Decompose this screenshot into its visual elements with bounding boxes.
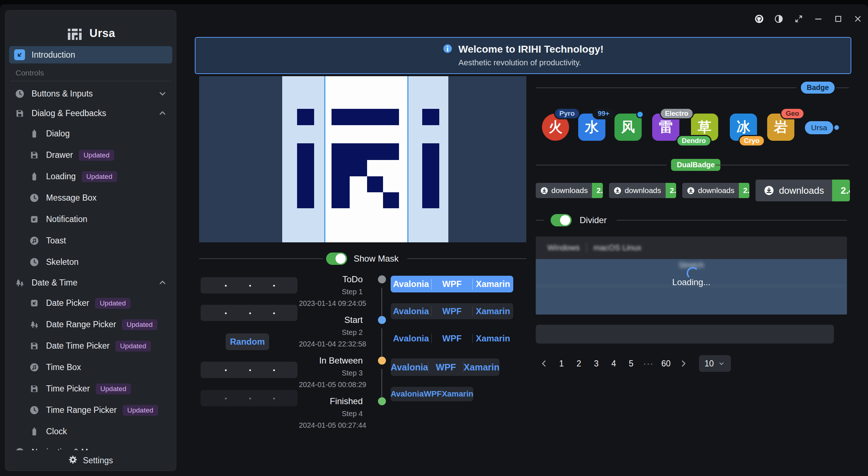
sidebar-group-label: Controls xyxy=(16,69,176,77)
group-button-xamarin[interactable]: Xamarin xyxy=(473,306,513,316)
group-button-wpf[interactable]: WPF xyxy=(424,389,442,399)
sidebar-item-buttons-inputs[interactable]: Buttons & Inputs xyxy=(9,84,172,103)
floppy-icon xyxy=(29,341,40,352)
sidebar-item-skeleton[interactable]: Skeleton xyxy=(9,252,172,272)
group-button-avalonia[interactable]: Avalonia xyxy=(391,333,431,344)
step-date: 2023-01-14 09:24:05 xyxy=(299,299,363,308)
sidebar-item-notification[interactable]: Notification xyxy=(9,209,172,230)
clock-icon xyxy=(29,257,40,268)
chevron-up-icon xyxy=(158,278,167,287)
sidebar-item-date-time[interactable]: Date & Time xyxy=(9,273,172,292)
sidebar-item-clock[interactable]: Clock xyxy=(9,421,172,442)
pagination-page-60[interactable]: 60 xyxy=(659,355,673,372)
group-button-wpf[interactable]: WPF xyxy=(432,333,472,344)
sidebar-item-navigation-menus[interactable]: Navigation & Menus xyxy=(9,443,172,450)
dual-badge-label: downloads xyxy=(625,186,661,195)
sidebar-item-message-box[interactable]: Message Box xyxy=(9,188,172,208)
maximize-icon[interactable] xyxy=(833,13,843,25)
sidebar-item-time-range-picker[interactable]: Time Range PickerUpdated xyxy=(9,400,172,420)
badge-host-2: 水99+ xyxy=(578,114,605,141)
sidebar: Ursa IntroductionControlsButtons & Input… xyxy=(5,10,176,471)
steps-timeline: ToDoStep 12023-01-14 09:24:05StartStep 2… xyxy=(299,274,390,441)
divider-line xyxy=(715,165,849,165)
pagination-page-2[interactable]: 2 xyxy=(572,355,586,372)
group-button-wpf[interactable]: WPF xyxy=(432,306,472,316)
step-label: Step 3 xyxy=(299,369,363,377)
settings-label: Settings xyxy=(83,456,113,465)
sidebar-item-dialog-feedbacks[interactable]: Dialog & Feedbacks xyxy=(9,104,172,123)
button-group-ghost: AvaloniaWPFXamarin xyxy=(391,331,513,346)
pagination-page-1[interactable]: 1 xyxy=(555,355,568,372)
pagination-page-3[interactable]: 3 xyxy=(589,355,603,372)
group-button-avalonia[interactable]: Avalonia xyxy=(391,362,428,373)
tab-windows[interactable]: Windows xyxy=(541,243,586,253)
settings-button[interactable]: Settings xyxy=(5,450,176,471)
tab-macos-linux[interactable]: macOS Linux xyxy=(587,243,648,253)
divider-toggle[interactable] xyxy=(551,214,572,226)
info-icon xyxy=(443,44,453,55)
chevron-up-icon xyxy=(158,447,167,450)
pagination-page-5[interactable]: 5 xyxy=(624,355,638,372)
group-button-wpf[interactable]: WPF xyxy=(428,362,463,373)
minimize-icon[interactable] xyxy=(814,13,824,25)
sidebar-item-label: Date Time Picker xyxy=(46,341,110,351)
sidebar-item-drawer[interactable]: DrawerUpdated xyxy=(9,145,172,165)
note-icon xyxy=(29,235,40,246)
sidebar-item-date-range-picker[interactable]: Date Range PickerUpdated xyxy=(9,314,172,335)
sidebar-item-dialog[interactable]: Dialog xyxy=(9,123,172,144)
time-box-input[interactable] xyxy=(201,362,297,378)
step-label: Step 4 xyxy=(299,410,363,418)
dual-badge-label: downloads xyxy=(551,186,588,195)
step-connector-line xyxy=(381,328,382,357)
random-button[interactable]: Random xyxy=(226,333,269,350)
sidebar-item-introduction[interactable]: Introduction xyxy=(9,46,172,63)
group-button-xamarin[interactable]: Xamarin xyxy=(473,279,513,289)
battery-icon xyxy=(29,426,40,437)
floppy-icon xyxy=(14,108,25,119)
dual-badge-4: downloads2.4k xyxy=(756,180,850,201)
badge-host-1: 火Pyro xyxy=(542,114,569,141)
pagination-next-icon[interactable] xyxy=(676,355,690,372)
group-button-avalonia[interactable]: Avalonia xyxy=(391,306,431,316)
updated-badge: Updated xyxy=(123,405,158,416)
pagination-page-4[interactable]: 4 xyxy=(607,355,621,372)
group-button-avalonia[interactable]: Avalonia xyxy=(391,389,424,399)
button-group-filled-lg: AvaloniaWPFXamarin xyxy=(391,358,499,376)
time-box-input[interactable] xyxy=(201,305,297,321)
button-group-filled: AvaloniaWPFXamarin xyxy=(391,303,513,319)
step-name: In Between xyxy=(299,356,363,366)
time-box-input-disabled xyxy=(201,390,297,406)
group-button-xamarin[interactable]: Xamarin xyxy=(473,333,513,344)
step-status-dot xyxy=(378,275,386,283)
time-box-input[interactable] xyxy=(201,277,297,294)
sidebar-item-label: Toast xyxy=(46,236,66,246)
page-size-select[interactable]: 10 xyxy=(699,355,731,372)
group-button-xamarin[interactable]: Xamarin xyxy=(442,389,473,399)
app-window: Ursa IntroductionControlsButtons & Input… xyxy=(0,4,868,476)
pagination-prev-icon[interactable] xyxy=(537,355,551,372)
sidebar-item-time-box[interactable]: Time Box xyxy=(9,357,172,378)
close-icon[interactable] xyxy=(853,13,863,25)
sidebar-item-time-picker[interactable]: Time PickerUpdated xyxy=(9,378,172,399)
chevron-up-icon xyxy=(158,108,167,118)
group-button-avalonia[interactable]: Avalonia xyxy=(391,279,431,289)
divider-line xyxy=(199,258,323,259)
note-icon xyxy=(14,447,25,450)
github-icon[interactable] xyxy=(754,13,764,25)
step-connector-line xyxy=(381,369,382,397)
step-item-1: ToDoStep 12023-01-14 09:24:05 xyxy=(299,274,390,308)
dot-badge xyxy=(636,111,644,118)
sidebar-item-toast[interactable]: Toast xyxy=(9,230,172,251)
sidebar-item-date-picker[interactable]: Date PickerUpdated xyxy=(9,293,172,313)
theme-icon[interactable] xyxy=(774,13,784,25)
fullscreen-icon[interactable] xyxy=(794,13,804,25)
pagination-ellipsis: ··· xyxy=(642,355,655,372)
sidebar-item-loading[interactable]: LoadingUpdated xyxy=(9,166,172,187)
show-mask-toggle[interactable] xyxy=(326,253,347,265)
arrow-square-icon xyxy=(29,214,40,225)
step-name: Finished xyxy=(299,396,363,406)
gear-icon xyxy=(68,455,78,466)
group-button-xamarin[interactable]: Xamarin xyxy=(464,362,499,373)
sidebar-item-date-time-picker[interactable]: Date Time PickerUpdated xyxy=(9,336,172,356)
group-button-wpf[interactable]: WPF xyxy=(432,279,472,289)
